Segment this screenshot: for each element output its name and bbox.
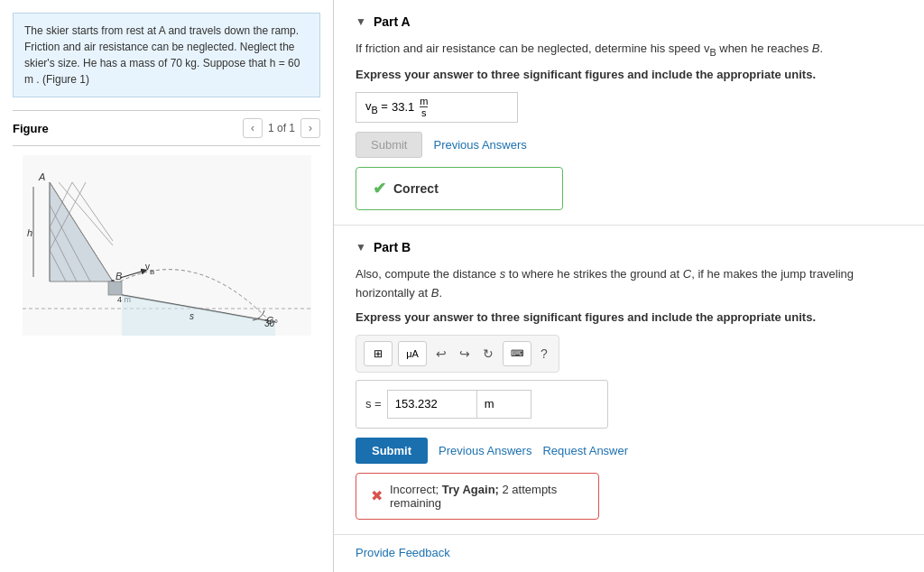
svg-text:C: C bbox=[266, 315, 273, 326]
part-b-submit-button[interactable]: Submit bbox=[356, 438, 428, 464]
part-a-question: If friction and air resistance can be ne… bbox=[356, 40, 902, 60]
matrix-icon: ⊞ bbox=[374, 347, 383, 360]
try-again-label: Try Again; bbox=[442, 483, 499, 496]
mu-icon: μA bbox=[406, 348, 419, 359]
undo-icon: ↩ bbox=[436, 346, 447, 361]
refresh-icon: ↻ bbox=[483, 346, 494, 361]
part-b-toolbar: ⊞ μA ↩ ↪ ↻ ⌨ ? bbox=[356, 335, 559, 373]
redo-button[interactable]: ↪ bbox=[456, 345, 474, 363]
help-icon: ? bbox=[541, 346, 548, 361]
incorrect-x-icon: ✖ bbox=[371, 487, 383, 504]
incorrect-label: Incorrect; Try Again; 2 attempts remaini… bbox=[390, 483, 584, 510]
figure-header: Figure ‹ 1 of 1 › bbox=[13, 110, 320, 146]
part-a-previous-answers-link[interactable]: Previous Answers bbox=[433, 138, 526, 152]
part-a-unit: ms bbox=[420, 96, 428, 118]
part-b-answer-input[interactable] bbox=[387, 390, 477, 419]
part-b-label: Part B bbox=[374, 240, 411, 254]
part-a-var-label: vB = bbox=[365, 99, 388, 115]
redo-icon: ↪ bbox=[459, 346, 470, 361]
svg-text:B: B bbox=[116, 271, 122, 281]
figure-prev-button[interactable]: ‹ bbox=[243, 118, 263, 138]
figure-label: Figure bbox=[13, 122, 49, 135]
part-b-submit-row: Submit Previous Answers Request Answer bbox=[356, 438, 902, 464]
part-b-answer-row: s = m bbox=[365, 390, 598, 419]
part-b-arrow-icon: ▼ bbox=[356, 241, 366, 254]
mu-button[interactable]: μA bbox=[398, 341, 427, 366]
figure-nav: ‹ 1 of 1 › bbox=[243, 118, 320, 138]
svg-rect-19 bbox=[108, 281, 122, 295]
figure-image: A h B vB 4 m 30° bbox=[13, 155, 320, 336]
part-a-answer-row: vB = 33.1 ms bbox=[356, 92, 902, 123]
refresh-button[interactable]: ↻ bbox=[479, 345, 497, 363]
part-a-answer-box: vB = 33.1 ms bbox=[356, 92, 518, 123]
part-b-instruction: Express your answer to three significant… bbox=[356, 310, 902, 324]
right-panel: ▼ Part A If friction and air resistance … bbox=[334, 0, 924, 572]
part-a-arrow-icon: ▼ bbox=[356, 15, 366, 28]
part-a-instruction: Express your answer to three significant… bbox=[356, 68, 902, 81]
svg-text:h: h bbox=[27, 227, 32, 238]
figure-nav-text: 1 of 1 bbox=[268, 122, 295, 134]
problem-text-content: The skier starts from rest at A and trav… bbox=[24, 24, 300, 86]
part-a-header: ▼ Part A bbox=[356, 14, 902, 29]
correct-check-icon: ✔ bbox=[373, 179, 386, 198]
part-b-section: ▼ Part B Also, compute the distance s to… bbox=[334, 226, 924, 535]
part-b-incorrect-banner: ✖ Incorrect; Try Again; 2 attempts remai… bbox=[356, 473, 599, 520]
part-b-var-label: s = bbox=[365, 397, 382, 411]
keyboard-icon: ⌨ bbox=[511, 348, 523, 358]
part-b-unit: m bbox=[477, 390, 531, 419]
figure-next-button[interactable]: › bbox=[300, 118, 320, 138]
svg-text:s: s bbox=[189, 311, 194, 321]
matrix-button[interactable]: ⊞ bbox=[364, 341, 393, 366]
part-b-header: ▼ Part B bbox=[356, 240, 902, 254]
part-a-section: ▼ Part A If friction and air resistance … bbox=[334, 0, 924, 226]
part-a-answer-value: 33.1 bbox=[392, 100, 414, 114]
part-a-submit-button[interactable]: Submit bbox=[356, 132, 422, 158]
left-panel: The skier starts from rest at A and trav… bbox=[0, 0, 334, 572]
undo-button[interactable]: ↩ bbox=[432, 345, 450, 363]
part-b-question: Also, compute the distance s to where he… bbox=[356, 265, 902, 303]
provide-feedback-link[interactable]: Provide Feedback bbox=[356, 546, 450, 559]
part-b-answer-area: s = m bbox=[356, 380, 608, 429]
part-a-submit-row: Submit Previous Answers bbox=[356, 132, 902, 158]
part-b-request-answer-link[interactable]: Request Answer bbox=[542, 444, 628, 457]
keyboard-button[interactable]: ⌨ bbox=[503, 341, 531, 366]
help-button[interactable]: ? bbox=[537, 345, 551, 363]
problem-text: The skier starts from rest at A and trav… bbox=[13, 13, 320, 97]
part-a-correct-banner: ✔ Correct bbox=[356, 167, 563, 210]
correct-label: Correct bbox=[393, 181, 439, 196]
part-a-label: Part A bbox=[374, 14, 411, 29]
provide-feedback-section: Provide Feedback bbox=[334, 535, 924, 570]
svg-text:A: A bbox=[38, 171, 45, 182]
figure-svg: A h B vB 4 m 30° bbox=[23, 155, 311, 336]
figure-container: Figure ‹ 1 of 1 › bbox=[0, 110, 333, 572]
part-b-previous-answers-link[interactable]: Previous Answers bbox=[439, 444, 531, 457]
